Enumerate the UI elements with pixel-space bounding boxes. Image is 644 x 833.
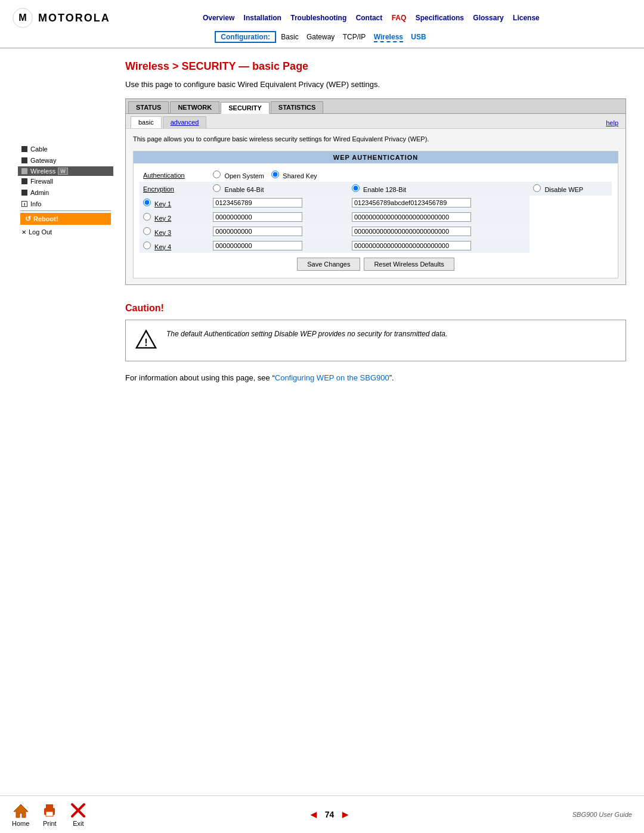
sidebar-info-label: Info <box>30 200 41 208</box>
enc-128-radio[interactable] <box>352 184 360 192</box>
nav-contact[interactable]: Contact <box>356 14 383 22</box>
enc-disable-wep[interactable]: Disable WEP <box>533 186 583 193</box>
help-link[interactable]: help <box>603 117 621 128</box>
nav-faq[interactable]: FAQ <box>392 14 407 22</box>
main-content: Cable Gateway Wireless W Firewall Admin … <box>0 48 644 394</box>
info-icon: i <box>21 201 27 207</box>
firewall-dot-icon <box>21 178 27 184</box>
next-page-button[interactable]: ► <box>340 809 351 821</box>
print-icon <box>41 802 58 819</box>
admin-dot-icon <box>21 190 27 196</box>
save-changes-button[interactable]: Save Changes <box>297 258 360 271</box>
exit-button[interactable]: Exit <box>70 802 86 827</box>
configuring-wep-link[interactable]: Configuring WEP on the SBG900 <box>275 373 389 382</box>
enc-disable-radio[interactable] <box>533 184 541 192</box>
key3-64-input[interactable] <box>213 227 302 236</box>
auth-open-system[interactable]: Open System <box>213 172 266 179</box>
nav-troubleshooting[interactable]: Troubleshooting <box>290 14 346 22</box>
home-label: Home <box>12 820 29 827</box>
cable-dot-icon <box>21 146 27 152</box>
tab-security[interactable]: SECURITY <box>221 102 270 114</box>
config-usb[interactable]: USB <box>411 33 426 41</box>
auth-label: Authentication <box>143 172 185 179</box>
content-area: Wireless > SECURITY — basic Page Use thi… <box>113 60 626 382</box>
svg-rect-7 <box>46 812 53 816</box>
sidebar-gateway-label: Gateway <box>30 157 56 164</box>
sidebar: Cable Gateway Wireless W Firewall Admin … <box>18 60 113 382</box>
sidebar-item-firewall[interactable]: Firewall <box>18 176 113 187</box>
key4-label[interactable]: Key 4 <box>154 243 171 250</box>
svg-marker-4 <box>14 804 28 817</box>
wireless-badge: W <box>58 168 68 175</box>
nav-overview[interactable]: Overview <box>203 14 234 22</box>
key2-64-input[interactable] <box>213 212 302 222</box>
key4-select[interactable]: Key 4 <box>143 243 171 250</box>
sidebar-item-admin[interactable]: Admin <box>18 187 113 198</box>
button-row: Save Changes Reset Wireless Defaults <box>140 253 612 273</box>
config-row: Configuration: Basic Gateway TCP/IP Wire… <box>12 31 632 43</box>
key4-64-input[interactable] <box>213 241 302 250</box>
key3-select[interactable]: Key 3 <box>143 229 171 236</box>
sidebar-item-cable[interactable]: Cable <box>18 144 113 154</box>
prev-page-button[interactable]: ◄ <box>308 809 319 821</box>
config-gateway[interactable]: Gateway <box>306 33 335 41</box>
auth-row: Authentication Open System <box>140 168 612 182</box>
sidebar-item-gateway[interactable]: Gateway <box>18 155 113 166</box>
enc-64bit[interactable]: Enable 64-Bit <box>213 186 264 193</box>
enc-128bit[interactable]: Enable 128-Bit <box>352 186 406 193</box>
tabs-row: STATUS NETWORK SECURITY STATISTICS <box>126 99 626 114</box>
tab-statistics[interactable]: STATISTICS <box>271 101 324 113</box>
key4-radio[interactable] <box>143 241 151 249</box>
panel-body: This page allows you to configure basic … <box>126 129 626 284</box>
key1-128-input[interactable] <box>352 198 471 208</box>
key1-64-input[interactable] <box>213 198 302 208</box>
key1-select[interactable]: Key 1 <box>143 200 171 208</box>
sidebar-item-info[interactable]: i Info <box>18 199 113 209</box>
page-nav: ◄ 74 ► <box>308 809 351 821</box>
motorola-logo-icon: M <box>12 7 33 29</box>
guide-label: SBG900 User Guide <box>572 811 632 818</box>
footer-nav: Home Print Exit <box>12 802 86 827</box>
enc-64-radio[interactable] <box>213 184 221 192</box>
key1-label[interactable]: Key 1 <box>154 200 171 208</box>
nav-glossary[interactable]: Glossary <box>473 14 503 22</box>
wep-section: WEP AUTHENTICATION Authentication Open S… <box>133 151 618 278</box>
sidebar-wireless-label: Wireless <box>30 168 55 175</box>
sidebar-item-wireless[interactable]: Wireless W <box>18 166 113 176</box>
key1-radio[interactable] <box>143 199 151 206</box>
key2-select[interactable]: Key 2 <box>143 215 171 222</box>
key2-128-input[interactable] <box>352 212 471 222</box>
config-basic[interactable]: Basic <box>281 33 298 41</box>
nav-license[interactable]: License <box>513 14 540 22</box>
key2-label[interactable]: Key 2 <box>154 215 171 222</box>
config-tcpip[interactable]: TCP/IP <box>343 33 366 41</box>
key2-row: Key 2 <box>140 210 612 224</box>
print-button[interactable]: Print <box>41 802 58 827</box>
subtab-basic[interactable]: basic <box>131 116 162 128</box>
subtab-advanced[interactable]: advanced <box>163 116 207 128</box>
sub-tabs-row: basic advanced help <box>126 114 626 129</box>
auth-shared-radio[interactable] <box>271 171 279 178</box>
key4-128-input[interactable] <box>352 241 471 250</box>
sidebar-divider <box>20 210 111 211</box>
panel-description: This page allows you to configure basic … <box>133 135 618 144</box>
tab-network[interactable]: NETWORK <box>170 101 219 113</box>
reboot-button[interactable]: ↺ Reboot! <box>20 213 111 225</box>
auth-shared-key[interactable]: Shared Key <box>271 172 317 179</box>
auth-open-radio[interactable] <box>213 171 221 178</box>
key3-128-input[interactable] <box>352 227 471 236</box>
home-button[interactable]: Home <box>12 802 29 827</box>
tab-status[interactable]: STATUS <box>128 101 169 113</box>
reset-defaults-button[interactable]: Reset Wireless Defaults <box>364 258 454 271</box>
sidebar-cable-label: Cable <box>30 145 48 153</box>
enc-header-row: Encryption Enable 64-Bit <box>140 182 612 196</box>
main-nav: Overview Installation Troubleshooting Co… <box>110 14 632 22</box>
logout-button[interactable]: ✕ Log Out <box>18 227 113 237</box>
nav-installation[interactable]: Installation <box>244 14 281 22</box>
key3-radio[interactable] <box>143 227 151 235</box>
config-wireless[interactable]: Wireless <box>374 33 403 42</box>
nav-specifications[interactable]: Specifications <box>416 14 464 22</box>
exit-icon <box>70 802 86 819</box>
key3-label[interactable]: Key 3 <box>154 229 171 236</box>
key2-radio[interactable] <box>143 213 151 221</box>
